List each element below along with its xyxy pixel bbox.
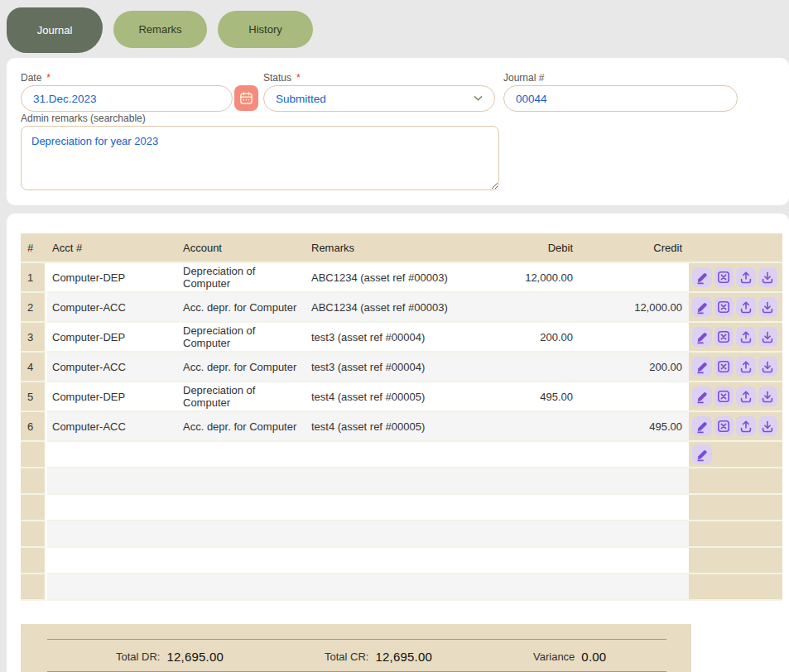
row-debit-cell — [464, 293, 580, 323]
empty-row-body — [47, 442, 689, 468]
empty-table-row — [21, 495, 782, 521]
row-credit-cell — [580, 382, 689, 412]
date-picker-button[interactable] — [234, 85, 258, 111]
row-actions-cell — [689, 293, 782, 323]
row-credit-cell: 495.00 — [580, 412, 689, 442]
upload-icon — [738, 329, 753, 344]
edit-button[interactable] — [692, 416, 712, 436]
delete-button[interactable] — [714, 327, 734, 347]
status-select[interactable]: Submitted — [263, 85, 495, 112]
row-num-cell: 5 — [21, 382, 47, 412]
delete-button[interactable] — [714, 297, 734, 317]
delete-button[interactable] — [714, 357, 734, 377]
edit-button[interactable] — [692, 327, 712, 347]
date-input[interactable] — [21, 85, 233, 112]
table-row: 4 Computer-ACC Acc. depr. for Computer t… — [21, 353, 782, 382]
row-actions-cell — [689, 468, 782, 495]
row-remarks-cell: ABC1234 (asset ref #00003) — [306, 293, 464, 323]
tab-history[interactable]: History — [218, 11, 313, 48]
delete-box-x-icon — [716, 300, 731, 314]
tab-history-label: History — [248, 23, 281, 36]
row-actions-cell — [689, 323, 782, 353]
upload-icon — [738, 270, 753, 285]
upload-icon — [738, 359, 753, 374]
edit-pencil-icon — [695, 300, 710, 314]
date-required-asterisk: * — [46, 72, 51, 84]
variance-value: 0.00 — [581, 650, 606, 664]
upload-button[interactable] — [736, 297, 756, 317]
edit-button[interactable] — [692, 444, 712, 464]
status-required-asterisk: * — [296, 72, 301, 84]
delete-button[interactable] — [714, 416, 734, 436]
download-button[interactable] — [758, 327, 778, 347]
upload-button[interactable] — [736, 327, 756, 347]
edit-button[interactable] — [692, 386, 712, 406]
status-select-value: Submitted — [276, 93, 326, 105]
row-credit-cell: 12,000.00 — [580, 293, 689, 323]
edit-button[interactable] — [692, 267, 712, 287]
col-header-actions — [689, 233, 782, 263]
delete-button[interactable] — [714, 386, 734, 406]
row-acct-cell: Computer-DEP — [47, 382, 178, 412]
empty-row-body — [47, 468, 689, 495]
journal-lines-card: # Acct # Account Remarks Debit Credit 1 … — [7, 214, 789, 672]
download-button[interactable] — [758, 297, 778, 317]
delete-button[interactable] — [714, 267, 734, 287]
edit-button[interactable] — [692, 357, 712, 377]
table-row: 1 Computer-DEP Depreciation of Computer … — [21, 263, 782, 293]
row-remarks-cell: ABC1234 (asset ref #00003) — [306, 263, 464, 293]
table-row: 6 Computer-ACC Acc. depr. for Computer t… — [21, 412, 782, 442]
empty-row-body — [47, 548, 689, 574]
tab-remarks[interactable]: Remarks — [113, 11, 207, 48]
upload-icon — [738, 389, 753, 404]
edit-pencil-icon — [695, 419, 710, 434]
table-row: 2 Computer-ACC Acc. depr. for Computer A… — [21, 293, 782, 323]
download-button[interactable] — [758, 386, 778, 406]
row-account-cell: Depreciation of Computer — [178, 263, 306, 293]
tab-journal[interactable]: Journal — [7, 7, 103, 53]
upload-icon — [738, 419, 753, 434]
download-button[interactable] — [758, 357, 778, 377]
upload-button[interactable] — [736, 357, 756, 377]
upload-icon — [738, 300, 753, 314]
delete-box-x-icon — [716, 389, 731, 404]
upload-button[interactable] — [736, 416, 756, 436]
row-acct-cell: Computer-DEP — [47, 323, 178, 353]
journal-lines-table: # Acct # Account Remarks Debit Credit 1 … — [21, 233, 782, 601]
row-actions-cell — [689, 495, 782, 521]
row-debit-cell — [464, 412, 580, 442]
empty-row-body — [47, 574, 689, 601]
download-icon — [760, 300, 775, 314]
journal-number-input[interactable] — [503, 85, 738, 112]
edit-pencil-icon — [695, 270, 710, 285]
row-account-cell: Acc. depr. for Computer — [178, 412, 306, 442]
row-remarks-cell: test3 (asset ref #00004) — [306, 353, 464, 382]
col-header-account: Account — [178, 233, 306, 263]
upload-button[interactable] — [736, 386, 756, 406]
download-icon — [760, 359, 775, 374]
row-acct-cell: Computer-DEP — [47, 263, 178, 293]
row-account-cell: Depreciation of Computer — [178, 382, 306, 412]
empty-row-body — [47, 495, 689, 521]
download-button[interactable] — [758, 267, 778, 287]
row-acct-cell: Computer-ACC — [47, 293, 178, 323]
empty-table-row — [21, 468, 782, 495]
delete-box-x-icon — [716, 329, 731, 344]
calendar-icon — [238, 90, 254, 106]
row-num-cell: 6 — [21, 412, 47, 442]
download-button[interactable] — [758, 416, 778, 436]
row-actions-cell — [689, 353, 782, 382]
total-dr-label: Total DR: — [116, 650, 160, 663]
empty-table-row — [21, 548, 782, 574]
row-num-cell — [21, 468, 47, 495]
upload-button[interactable] — [736, 267, 756, 287]
row-actions-cell — [689, 521, 782, 548]
delete-box-x-icon — [716, 359, 731, 374]
row-actions-cell — [689, 548, 782, 574]
edit-button[interactable] — [692, 297, 712, 317]
empty-table-row — [21, 521, 782, 548]
row-credit-cell: 200.00 — [580, 353, 689, 382]
admin-remarks-textarea[interactable]: Depreciation for year 2023 — [21, 126, 499, 190]
row-actions-cell — [689, 442, 782, 468]
row-actions-cell — [689, 574, 782, 601]
